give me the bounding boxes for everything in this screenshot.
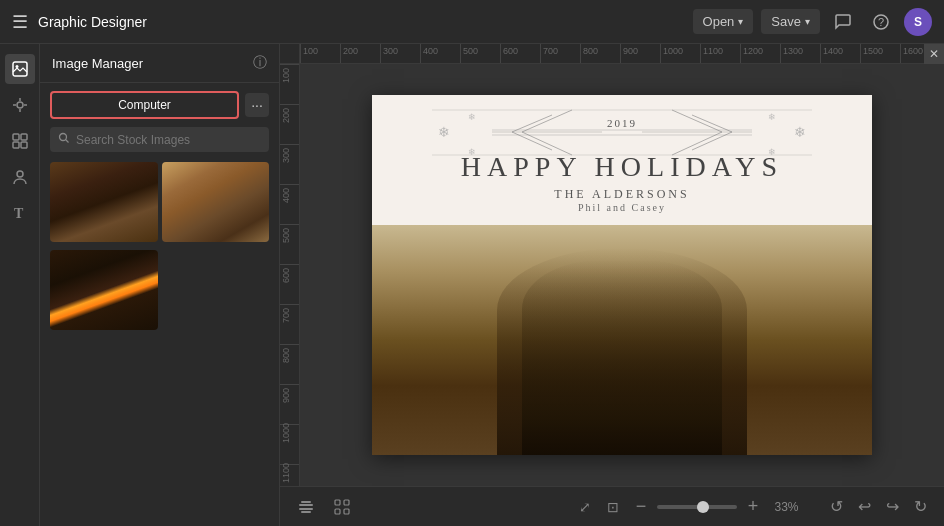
sidebar-item-people[interactable] — [5, 162, 35, 192]
help-button[interactable]: ? — [866, 7, 896, 37]
ruler-tick: 700 — [540, 44, 580, 64]
crop-view-button[interactable]: ⊡ — [601, 495, 625, 519]
history-fwd-button[interactable]: ↻ — [908, 495, 932, 519]
redo-button[interactable]: ↪ — [880, 495, 904, 519]
card-decoration: ❄ ❄ ❄ ❄ ❄ ❄ — [372, 95, 872, 170]
tab-more-button[interactable]: ··· — [245, 93, 269, 117]
vertical-ruler: 100 200 300 400 500 600 700 800 900 1000… — [280, 64, 300, 486]
svg-text:❄: ❄ — [794, 124, 806, 140]
card-subname: Phil and Casey — [578, 202, 666, 213]
svg-rect-35 — [335, 509, 340, 514]
ruler-tick: 1300 — [780, 44, 820, 64]
canvas-area: 100 200 300 400 500 600 700 800 900 1000… — [280, 44, 944, 526]
open-chevron-icon: ▾ — [738, 16, 743, 27]
ruler-tick-v: 200 — [280, 104, 299, 144]
history-back-button[interactable]: ↺ — [824, 495, 848, 519]
zoom-slider[interactable] — [657, 505, 737, 509]
svg-rect-31 — [301, 501, 311, 503]
svg-rect-29 — [299, 504, 313, 506]
sidebar-item-layout[interactable] — [5, 126, 35, 156]
ruler-tick: 1200 — [740, 44, 780, 64]
topbar-actions: Open ▾ Save ▾ ? S — [693, 7, 932, 37]
card-family-name: THE ALDERSONS — [554, 187, 689, 202]
ruler-tick-v: 600 — [280, 264, 299, 304]
ruler-tick-v: 1000 — [280, 424, 299, 464]
card-photo — [372, 225, 872, 455]
open-button[interactable]: Open ▾ — [693, 9, 754, 34]
ruler-tick: 1500 — [860, 44, 900, 64]
zoom-in-button[interactable]: + — [741, 495, 765, 519]
svg-rect-33 — [335, 500, 340, 505]
search-bar[interactable] — [50, 127, 269, 152]
image-grid — [40, 162, 279, 242]
ruler-tick: 200 — [340, 44, 380, 64]
side-panel: Image Manager ⓘ Computer ··· — [40, 44, 280, 526]
horizontal-ruler: 100 200 300 400 500 600 700 800 900 1000… — [280, 44, 944, 64]
ruler-tick-v: 400 — [280, 184, 299, 224]
comment-button[interactable] — [828, 7, 858, 37]
topbar: ☰ Graphic Designer Open ▾ Save ▾ ? S — [0, 0, 944, 44]
undo-button[interactable]: ↩ — [852, 495, 876, 519]
info-icon[interactable]: ⓘ — [253, 54, 267, 72]
sidebar-item-text[interactable]: T — [5, 198, 35, 228]
ruler-tick: 900 — [620, 44, 660, 64]
avatar[interactable]: S — [904, 8, 932, 36]
svg-text:❄: ❄ — [768, 147, 776, 157]
layers-button[interactable] — [292, 493, 320, 521]
ruler-tick-v: 1100 — [280, 464, 299, 486]
ruler-tick-v: 700 — [280, 304, 299, 344]
ruler-tick-v: 800 — [280, 344, 299, 384]
history-controls: ↺ ↩ ↪ ↻ — [824, 495, 932, 519]
ruler-tick: 600 — [500, 44, 540, 64]
ruler-tick-v: 900 — [280, 384, 299, 424]
ruler-tick: 1100 — [700, 44, 740, 64]
svg-text:❄: ❄ — [438, 124, 450, 140]
photo-background — [372, 225, 872, 455]
svg-rect-12 — [21, 142, 27, 148]
panel-header: Image Manager ⓘ — [40, 44, 279, 83]
ruler-tick-v: 100 — [280, 64, 299, 104]
svg-text:❄: ❄ — [468, 147, 476, 157]
svg-rect-11 — [13, 142, 19, 148]
tab-computer[interactable]: Computer — [50, 91, 239, 119]
ruler-tick: 300 — [380, 44, 420, 64]
list-item[interactable] — [50, 250, 158, 330]
svg-line-16 — [66, 140, 69, 143]
ruler-tick: 500 — [460, 44, 500, 64]
zoom-percent: 33% — [769, 500, 804, 514]
sidebar-item-effects[interactable] — [5, 90, 35, 120]
card-title: HAPPY HOLIDAYS — [461, 151, 783, 183]
search-input[interactable] — [76, 133, 261, 147]
canvas-main: 100 200 300 400 500 600 700 800 900 1000… — [280, 64, 944, 486]
design-card[interactable]: ❄ ❄ ❄ ❄ ❄ ❄ 2019 HAPPY HOLIDAYS THE ALDE… — [372, 95, 872, 455]
sidebar-item-images[interactable] — [5, 54, 35, 84]
svg-point-4 — [17, 102, 23, 108]
svg-rect-10 — [21, 134, 27, 140]
ruler-tick: 100 — [300, 44, 340, 64]
bottom-toolbar: ⤢ ⊡ − + 33% ↺ ↩ ↪ ↻ — [280, 486, 944, 526]
menu-icon[interactable]: ☰ — [12, 11, 28, 33]
search-icon — [58, 132, 70, 147]
ruler-tick-v: 300 — [280, 144, 299, 184]
svg-text:T: T — [14, 206, 24, 221]
zoom-out-button[interactable]: − — [629, 495, 653, 519]
ruler-tick: 400 — [420, 44, 460, 64]
svg-point-13 — [17, 171, 23, 177]
svg-text:❄: ❄ — [468, 112, 476, 122]
svg-text:?: ? — [878, 16, 884, 28]
ruler-tick-v: 500 — [280, 224, 299, 264]
main: T Image Manager ⓘ Computer ··· — [0, 44, 944, 526]
grid-toggle-button[interactable] — [328, 493, 356, 521]
ruler-corner — [280, 44, 300, 64]
svg-rect-36 — [344, 509, 349, 514]
fit-view-button[interactable]: ⤢ — [573, 495, 597, 519]
canvas-scroll[interactable]: ✕ — [300, 64, 944, 486]
save-button[interactable]: Save ▾ — [761, 9, 820, 34]
list-item[interactable] — [162, 162, 270, 242]
card-year: 2019 — [607, 117, 637, 129]
ruler-tick: 800 — [580, 44, 620, 64]
svg-point-15 — [60, 134, 67, 141]
list-item[interactable] — [50, 162, 158, 242]
zoom-slider-handle — [697, 501, 709, 513]
svg-rect-32 — [301, 511, 311, 513]
